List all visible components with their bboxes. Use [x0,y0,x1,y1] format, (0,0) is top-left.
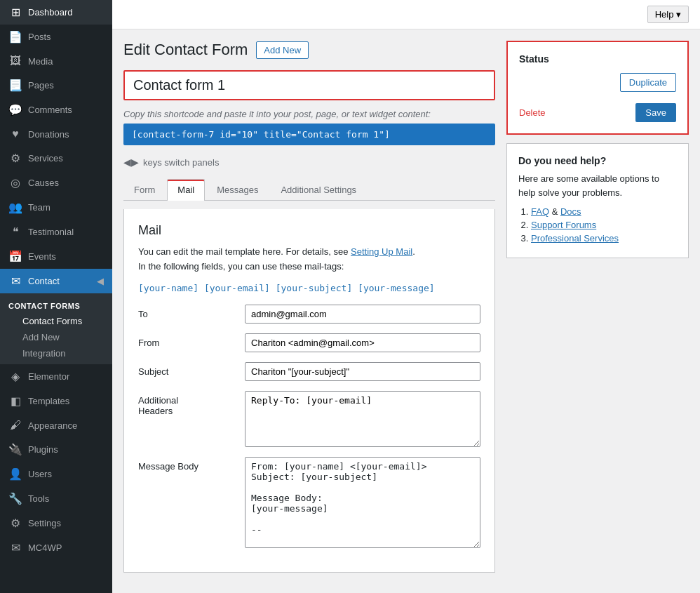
sidebar-item-comments[interactable]: 💬 Comments [0,98,112,122]
delete-link[interactable]: Delete [519,107,546,118]
content-area: Edit Contact Form Add New Copy this shor… [112,29,700,593]
field-row-to: To [138,305,480,324]
sidebar-item-testimonial[interactable]: ❝ Testimonial [0,220,112,244]
tab-messages[interactable]: Messages [206,179,269,200]
sidebar-item-donations[interactable]: ♥ Donations [0,122,112,146]
field-label-from: From [138,333,236,348]
posts-icon: 📄 [8,30,22,44]
sidebar-item-label: Testimonial [28,227,74,237]
settings-icon: ⚙ [8,517,22,530]
services-icon: ⚙ [8,152,22,165]
duplicate-button[interactable]: Duplicate [620,73,676,92]
sidebar-item-label: Events [28,251,56,262]
users-icon: 👤 [8,467,22,481]
sidebar-item-tools[interactable]: 🔧 Tools [0,486,112,511]
page-title-row: Edit Contact Form Add New [123,41,495,59]
contact-forms-section-title: Contact Forms [0,296,112,313]
sidebar-item-label: Templates [28,396,69,406]
sidebar-item-causes[interactable]: ◎ Causes [0,171,112,195]
sidebar-item-posts[interactable]: 📄 Posts [0,25,112,49]
sidebar-item-label: Causes [28,178,59,188]
mc4wp-icon: ✉ [8,541,22,554]
form-title-input[interactable] [123,70,495,100]
status-panel-actions: Duplicate [519,73,676,92]
add-new-button[interactable]: Add New [256,41,309,59]
mail-tags: [your-name] [your-email] [your-subject] … [138,283,480,293]
field-textarea-message-body[interactable]: From: [your-name] <[your-email]> Subject… [245,457,480,548]
docs-link[interactable]: Docs [560,206,581,217]
sidebar-item-users[interactable]: 👤 Users [0,462,112,486]
elementor-icon: ◈ [8,370,22,383]
sidebar-item-label: Donations [28,129,69,140]
sidebar-subitem-add-new[interactable]: Add New [0,329,112,345]
tab-mail[interactable]: Mail [167,179,205,201]
sidebar-item-label: Tools [28,493,49,504]
collapse-icon: ◀ [97,276,104,286]
faq-link[interactable]: FAQ [531,206,549,217]
sidebar: ⊞ Dashboard 📄 Posts 🖼 Media 📃 Pages 💬 Co… [0,0,112,593]
help-link-item-3: Professional Services [531,233,677,244]
mail-panel: Mail You can edit the mail template here… [123,209,495,573]
topbar: Help ▾ [112,0,700,29]
sidebar-item-label: Media [28,56,53,67]
support-forums-link[interactable]: Support Forums [531,220,596,230]
shortcode-label: Copy this shortcode and paste it into yo… [123,109,495,119]
help-link-item-2: Support Forums [531,220,677,230]
sidebar-item-media[interactable]: 🖼 Media [0,49,112,73]
media-icon: 🖼 [8,55,22,67]
sidebar-item-label: Services [28,153,63,164]
setting-up-mail-link[interactable]: Setting Up Mail [351,246,412,257]
pages-icon: 📃 [8,79,22,92]
templates-icon: ◧ [8,394,22,408]
page-title: Edit Contact Form [123,41,248,59]
sidebar-item-team[interactable]: 👥 Team [0,195,112,220]
sidebar-item-elementor[interactable]: ◈ Elementor [0,364,112,389]
testimonial-icon: ❝ [8,225,22,239]
comments-icon: 💬 [8,103,22,116]
sidebar-subitem-integration[interactable]: Integration [0,345,112,361]
sidebar-item-label: MC4WP [28,542,62,553]
field-label-headers: AdditionalHeaders [138,391,236,416]
sidebar-item-label: Dashboard [28,7,73,18]
sidebar-item-services[interactable]: ⚙ Services [0,146,112,171]
field-input-to[interactable] [245,305,480,324]
sidebar-item-settings[interactable]: ⚙ Settings [0,511,112,535]
sidebar-item-contact[interactable]: ✉ Contact ◀ [0,269,112,293]
professional-services-link[interactable]: Professional Services [531,233,619,244]
mail-panel-title: Mail [138,223,480,238]
sidebar-item-label: Appearance [28,420,77,431]
field-input-subject[interactable] [245,362,480,381]
sidebar-item-templates[interactable]: ◧ Templates [0,389,112,413]
sidebar-item-appearance[interactable]: 🖌 Appearance [0,413,112,437]
sidebar-item-pages[interactable]: 📃 Pages [0,73,112,98]
help-button[interactable]: Help ▾ [647,6,689,23]
sidebar-item-label: Plugins [28,444,58,455]
status-panel: Status Duplicate Delete Save [506,41,689,135]
events-icon: 📅 [8,250,22,263]
sidebar-item-dashboard[interactable]: ⊞ Dashboard [0,0,112,25]
sidebar-item-plugins[interactable]: 🔌 Plugins [0,437,112,462]
keys-switch-row: ◀▶ keys switch panels [123,156,495,168]
save-button[interactable]: Save [635,103,676,122]
donations-icon: ♥ [8,128,22,140]
sidebar-item-mc4wp[interactable]: ✉ MC4WP [0,535,112,560]
status-panel-footer: Delete Save [519,103,676,122]
tab-additional-settings[interactable]: Additional Settings [270,179,367,200]
sidebar-subitem-contact-forms[interactable]: Contact Forms [0,313,112,329]
field-input-from[interactable] [245,333,480,352]
help-panel: Do you need help? Here are some availabl… [506,143,689,258]
sidebar-item-label: Elementor [28,371,69,382]
sidebar-item-label: Pages [28,80,54,91]
keys-switch-label: keys switch panels [143,157,219,168]
sidebar-item-events[interactable]: 📅 Events [0,244,112,269]
team-icon: 👥 [8,201,22,214]
help-panel-title: Do you need help? [518,155,677,166]
appearance-icon: 🖌 [8,419,22,432]
main-area: Help ▾ Edit Contact Form Add New Copy th… [112,0,700,593]
field-row-from: From [138,333,480,352]
field-row-message-body: Message Body From: [your-name] <[your-em… [138,457,480,548]
field-textarea-headers[interactable]: Reply-To: [your-email] [245,391,480,447]
tab-form[interactable]: Form [123,179,166,200]
field-label-message-body: Message Body [138,457,236,472]
sidebar-item-label: Contact [28,276,60,286]
